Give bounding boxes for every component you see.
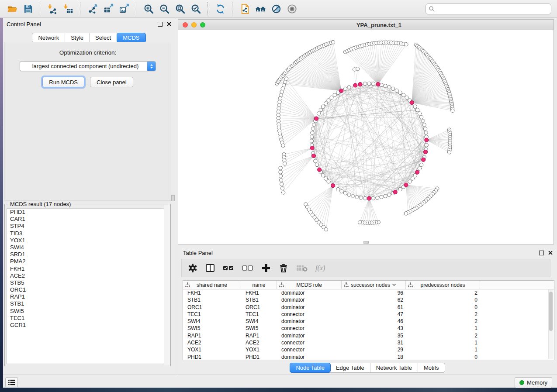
tab-select[interactable]: Select (90, 33, 117, 42)
run-mcds-button[interactable]: Run MCDS (42, 77, 84, 87)
mcds-result-item[interactable]: TID3 (7, 230, 168, 237)
attribute-icon (408, 282, 413, 287)
delete-column-icon[interactable] (279, 262, 288, 274)
table-row[interactable]: STB1STB1dominator620 (183, 296, 554, 303)
float-table-panel-icon[interactable] (539, 251, 544, 255)
table-cell: FKH1 (183, 289, 241, 296)
tab-node-table[interactable]: Node Table (290, 363, 331, 373)
zoom-out-icon[interactable] (156, 1, 172, 16)
import-network-icon[interactable] (45, 1, 60, 16)
mcds-result-item[interactable]: SWI4 (7, 244, 168, 251)
search-box[interactable] (426, 3, 551, 14)
table-row[interactable]: PHD1PHD1dominator180 (183, 354, 554, 361)
table-cell: 1 (406, 339, 480, 346)
deselect-all-icon[interactable] (242, 262, 253, 274)
export-image-icon[interactable] (116, 1, 132, 16)
new-network-from-selection-icon[interactable] (237, 1, 253, 16)
close-table-panel-icon[interactable] (548, 251, 553, 255)
mcds-result-item[interactable]: FKH1 (7, 265, 168, 272)
table-cell: SWI4 (241, 318, 277, 325)
save-session-icon[interactable] (20, 1, 36, 16)
table-cell: STB1 (183, 296, 241, 303)
table-cell: dominator (277, 296, 342, 303)
column-header-predecessor-nodes[interactable]: predecessor nodes (406, 281, 480, 289)
minimize-window-icon[interactable] (191, 22, 197, 28)
hide-selected-icon[interactable] (268, 1, 284, 16)
zoom-fit-icon[interactable] (172, 1, 188, 16)
network-canvas[interactable] (178, 30, 554, 244)
delete-table-icon[interactable] (296, 262, 308, 274)
mcds-result-item[interactable]: RAP1 (7, 293, 168, 300)
mcds-result-item[interactable]: GCR1 (7, 322, 168, 329)
mcds-result-item[interactable]: TEC1 (7, 315, 168, 322)
network-window-titlebar[interactable]: YPA_prune.txt_1 (178, 20, 554, 31)
column-header-successor-nodes[interactable]: successor nodes (342, 281, 406, 289)
table-row[interactable]: YOX1YOX1connector291 (183, 346, 554, 353)
table-settings-icon[interactable] (188, 262, 197, 274)
mcds-result-item[interactable]: SWI5 (7, 308, 168, 315)
mcds-result-item[interactable]: STB1 (7, 300, 168, 307)
table-row[interactable]: SWI5SWI5connector431 (183, 325, 554, 332)
tab-edge-table[interactable]: Edge Table (330, 363, 370, 372)
table-row[interactable]: ACE2ACE2connector311 (183, 339, 554, 346)
export-network-icon[interactable] (85, 1, 100, 16)
function-builder-icon[interactable]: f(x) (315, 264, 325, 272)
mcds-result-item[interactable]: YOX1 (7, 237, 168, 244)
export-table-icon[interactable] (100, 1, 116, 16)
table-row[interactable]: ORC1ORC1dominator610 (183, 304, 554, 311)
memory-button[interactable]: Memory (515, 377, 552, 388)
close-panel-icon[interactable] (167, 22, 171, 26)
mcds-result-item[interactable]: STB5 (7, 279, 168, 286)
table-cell: STB1 (241, 296, 277, 303)
mcds-result-item[interactable]: ACE2 (7, 272, 168, 279)
show-all-icon[interactable] (284, 1, 300, 16)
create-column-icon[interactable] (261, 262, 271, 274)
tab-mcds[interactable]: MCDS (117, 33, 145, 43)
table-scrollbar[interactable] (548, 289, 554, 359)
mcds-list-scrollbar[interactable] (164, 205, 170, 365)
table-cell: 2 (406, 311, 480, 318)
criterion-dropdown[interactable]: largest connected component (undirected) (20, 61, 156, 71)
table-row[interactable]: FKH1FKH1dominator962 (183, 289, 554, 296)
zoom-selected-icon[interactable] (188, 1, 204, 16)
column-header-mcds-role[interactable]: MCDS role (277, 281, 342, 289)
table-cell: 29 (342, 346, 406, 353)
list-icon (8, 379, 16, 385)
close-window-icon[interactable] (183, 22, 188, 28)
float-panel-icon[interactable] (158, 22, 163, 27)
zoom-in-icon[interactable] (141, 1, 156, 16)
tab-style[interactable]: Style (65, 33, 90, 42)
column-header-shared-name[interactable]: shared name (183, 281, 241, 289)
table-row[interactable]: RAP1RAP1dominator352 (183, 332, 554, 339)
tab-motifs[interactable]: Motifs (418, 363, 445, 372)
import-table-icon[interactable] (60, 1, 76, 16)
select-all-icon[interactable] (223, 262, 234, 274)
show-panels-button[interactable] (5, 377, 18, 387)
mcds-result-item[interactable]: STP4 (7, 223, 168, 230)
table-row[interactable]: TEC1TEC1connector472 (183, 311, 554, 318)
toggle-column-view-icon[interactable] (205, 262, 215, 274)
node-table: shared namenameMCDS rolesuccessor nodesp… (183, 280, 554, 360)
open-session-icon[interactable] (4, 1, 20, 16)
maximize-window-icon[interactable] (200, 22, 205, 28)
search-input[interactable] (435, 4, 551, 14)
mcds-result-item[interactable]: CAR1 (7, 216, 168, 223)
table-scrollbar-thumb[interactable] (549, 292, 553, 331)
column-header-name[interactable]: name (241, 281, 277, 289)
apply-layout-icon[interactable] (212, 1, 228, 16)
table-cell: connector (277, 346, 342, 353)
table-cell: 35 (342, 332, 406, 339)
close-panel-button[interactable]: Close panel (90, 77, 133, 87)
search-icon (429, 6, 435, 12)
mcds-result-item[interactable]: PMA2 (7, 258, 168, 265)
vertical-splitter-handle[interactable] (171, 195, 175, 201)
tab-network[interactable]: Network (32, 33, 65, 42)
mcds-result-item[interactable]: SRD1 (7, 251, 168, 258)
tab-network-table[interactable]: Network Table (370, 363, 418, 372)
mcds-result-item[interactable]: PHD1 (7, 209, 168, 216)
horizontal-splitter-handle[interactable] (363, 241, 369, 244)
column-header-filler (480, 281, 554, 289)
table-row[interactable]: SWI4SWI4dominator462 (183, 318, 554, 325)
mcds-result-item[interactable]: ORC1 (7, 286, 168, 293)
first-neighbors-icon[interactable] (253, 1, 268, 16)
